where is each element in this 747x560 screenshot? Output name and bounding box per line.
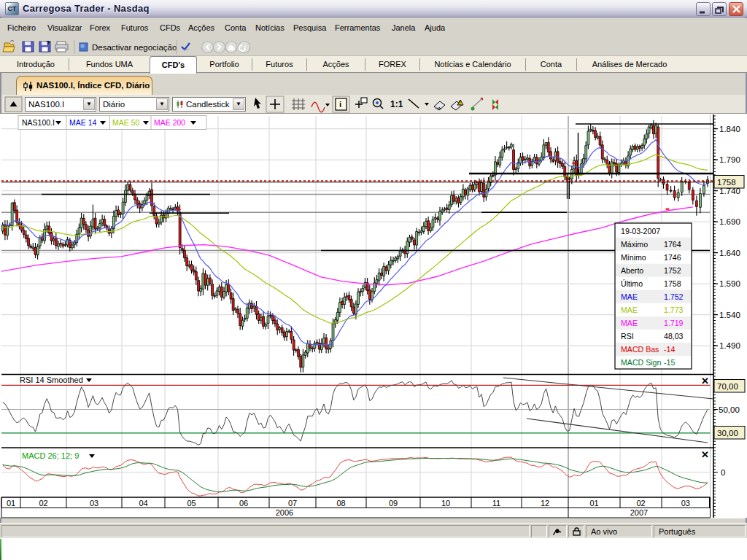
svg-text:Mínimo: Mínimo: [621, 253, 646, 262]
svg-text:Aberto: Aberto: [621, 266, 643, 275]
svg-text:1.640: 1.640: [719, 249, 740, 257]
svg-text:1.540: 1.540: [719, 311, 740, 319]
svg-text:70,00: 70,00: [717, 382, 738, 391]
svg-text:2006: 2006: [276, 508, 293, 517]
svg-text:1.840: 1.840: [719, 125, 740, 133]
svg-text:RSI: RSI: [621, 332, 634, 341]
svg-text:1758: 1758: [664, 279, 681, 288]
svg-text:RSI 14 Smoothed: RSI 14 Smoothed: [20, 376, 83, 384]
svg-text:?: ?: [46, 39, 50, 47]
svg-text:MACD 26; 12; 9: MACD 26; 12; 9: [22, 451, 79, 460]
svg-text:MAE: MAE: [621, 319, 638, 327]
svg-text:03: 03: [90, 499, 98, 508]
svg-text:1.790: 1.790: [719, 155, 740, 164]
svg-text:10: 10: [441, 499, 450, 508]
svg-text:1764: 1764: [664, 240, 681, 249]
svg-text:✕: ✕: [701, 376, 709, 386]
svg-text:Último: Último: [621, 279, 643, 288]
svg-text:1.773: 1.773: [664, 306, 684, 314]
svg-text:MACD Bas: MACD Bas: [621, 345, 659, 354]
svg-text:Desactivar negociação: Desactivar negociação: [92, 43, 177, 52]
svg-text:MAE 50: MAE 50: [112, 118, 140, 127]
svg-text:1758: 1758: [717, 178, 736, 187]
svg-text:1.752: 1.752: [664, 292, 684, 301]
svg-text:0: 0: [721, 468, 725, 477]
svg-text:MACD Sign: MACD Sign: [621, 358, 661, 367]
svg-text:✕: ✕: [701, 449, 709, 460]
svg-text:1752: 1752: [664, 266, 681, 275]
svg-text:1.690: 1.690: [719, 217, 740, 226]
svg-text:03: 03: [681, 499, 690, 508]
svg-text:MAE 200: MAE 200: [154, 118, 185, 127]
svg-text:19-03-2007: 19-03-2007: [621, 227, 660, 236]
svg-text:NAS100.I: NAS100.I: [22, 118, 55, 127]
svg-text:04: 04: [139, 499, 147, 508]
svg-text:!: !: [459, 101, 460, 106]
svg-text:MAE: MAE: [621, 292, 638, 301]
svg-text:2007: 2007: [630, 508, 648, 517]
svg-text:i: i: [339, 100, 341, 109]
svg-text:1.590: 1.590: [719, 279, 740, 288]
svg-text:-15: -15: [664, 358, 675, 367]
svg-text:1:1: 1:1: [390, 99, 403, 109]
svg-text:01: 01: [589, 499, 598, 508]
svg-text:50,00: 50,00: [719, 405, 740, 414]
svg-text:48,03: 48,03: [664, 332, 684, 341]
svg-text:12: 12: [541, 499, 549, 508]
svg-text:02: 02: [636, 499, 645, 508]
svg-text:09: 09: [389, 499, 398, 508]
svg-text:08: 08: [336, 499, 345, 508]
svg-text:Máximo: Máximo: [621, 240, 648, 249]
svg-text:MAE 14: MAE 14: [69, 118, 97, 127]
svg-text:MAE: MAE: [621, 306, 638, 314]
svg-text:30,00: 30,00: [717, 429, 738, 438]
svg-text:1.719: 1.719: [664, 319, 684, 327]
svg-text:1746: 1746: [664, 253, 681, 262]
svg-text:06: 06: [239, 499, 248, 508]
svg-text:05: 05: [187, 499, 196, 508]
svg-text:07: 07: [288, 499, 297, 508]
svg-text:11: 11: [492, 499, 500, 508]
svg-text:02: 02: [39, 499, 47, 508]
svg-text:-14: -14: [664, 345, 675, 354]
svg-text:01: 01: [7, 499, 15, 508]
svg-text:1.490: 1.490: [719, 341, 740, 350]
